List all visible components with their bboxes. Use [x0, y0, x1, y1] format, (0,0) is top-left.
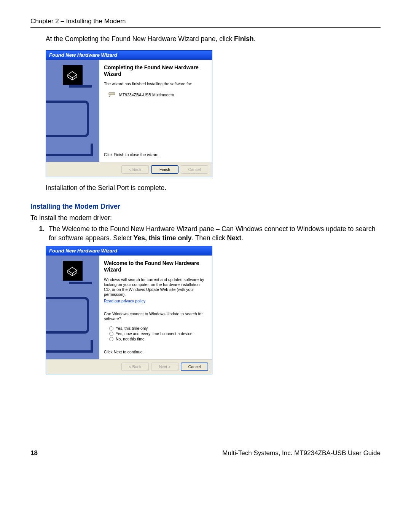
step1-end: . [241, 234, 243, 242]
step-1: The Welcome to the Found New Hardware Wi… [46, 225, 381, 243]
wizard2-footnote: Click Next to continue. [104, 350, 207, 355]
modem-icon [108, 91, 116, 99]
intro-paragraph: At the Completing the Found New Hardware… [46, 35, 381, 44]
post-install-text: Installation of the Serial Port is compl… [46, 184, 381, 193]
section-lead: To install the modem driver: [30, 214, 381, 223]
step1-mid: . Then click [191, 234, 227, 242]
wizard-completing: Found New Hardware Wizard [46, 50, 212, 177]
wizard2-button-bar: < Back Next > Cancel [46, 359, 212, 374]
intro-text-b: . [254, 35, 256, 43]
header-rule [30, 27, 381, 28]
cancel-button[interactable]: Cancel [181, 363, 208, 371]
wizard2-titlebar: Found New Hardware Wizard [46, 246, 212, 256]
radio-yes-once[interactable]: Yes, this time only [109, 326, 207, 331]
wizard-heading: Completing the Found New Hardware Wizard [104, 64, 207, 78]
wizard2-heading: Welcome to the Found New Hardware Wizard [104, 260, 207, 273]
wizard-device-row: MT9234ZBA-USB Multimodem [108, 91, 207, 99]
radio-label: Yes, now and every time I connect a devi… [116, 331, 193, 336]
wizard-welcome: Found New Hardware Wizard [46, 246, 212, 374]
radio-dot-icon [109, 332, 113, 336]
finish-button[interactable]: Finish [151, 165, 178, 174]
footer-rule [30, 447, 381, 447]
radio-label: Yes, this time only [116, 326, 148, 331]
step1-bold1: Yes, this time only [134, 234, 192, 242]
radio-group: Yes, this time only Yes, now and every t… [109, 325, 207, 342]
radio-no[interactable]: No, not this time [109, 337, 207, 341]
cancel-button[interactable]: Cancel [181, 165, 208, 174]
wizard2-question: Can Windows connect to Windows Update to… [104, 312, 207, 321]
wizard2-side-graphic [46, 256, 99, 359]
back-button[interactable]: < Back [121, 363, 149, 371]
intro-bold: Finish [234, 35, 254, 43]
svg-rect-2 [109, 93, 115, 95]
next-button[interactable]: Next > [151, 363, 178, 371]
section-heading: Installing the Modem Driver [30, 203, 381, 211]
intro-text-a: At the Completing the Found New Hardware… [46, 35, 234, 43]
radio-yes-always[interactable]: Yes, now and every time I connect a devi… [109, 331, 207, 336]
wizard-footnote: Click Finish to close the wizard. [104, 152, 207, 157]
footer-title: Multi-Tech Systems, Inc. MT9234ZBA-USB U… [222, 449, 381, 457]
back-button[interactable]: < Back [121, 165, 149, 174]
radio-dot-icon [109, 337, 113, 341]
privacy-policy-link[interactable]: Read our privacy policy [104, 299, 207, 303]
wizard-line1: The wizard has finished installing the s… [104, 81, 207, 86]
hardware-icon [63, 261, 83, 281]
page-footer: 18 Multi-Tech Systems, Inc. MT9234ZBA-US… [30, 449, 381, 457]
wizard-button-bar: < Back Finish Cancel [46, 162, 212, 177]
wizard-titlebar: Found New Hardware Wizard [46, 51, 212, 60]
radio-dot-icon [109, 326, 113, 331]
wizard-device-name: MT9234ZBA-USB Multimodem [119, 93, 174, 97]
page-header: Chapter 2 – Installing the Modem [30, 18, 381, 25]
step1-bold2: Next [227, 234, 242, 242]
wizard2-para: Windows will search for current and upda… [104, 277, 207, 297]
steps-list: The Welcome to the Found New Hardware Wi… [30, 225, 381, 243]
hardware-icon [63, 65, 83, 85]
wizard-side-graphic [46, 60, 99, 162]
radio-label: No, not this time [116, 337, 145, 341]
page-number: 18 [30, 449, 38, 457]
